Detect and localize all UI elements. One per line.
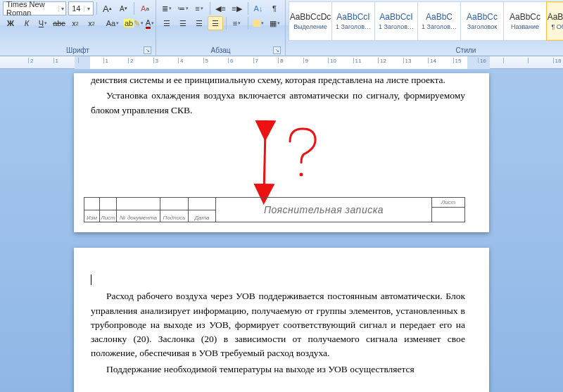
stamp-right: Лист bbox=[432, 198, 464, 222]
page2-text[interactable]: Расход рабочего воздуха через УОВ поддер… bbox=[91, 274, 465, 378]
stamp-title: Пояснительная записка bbox=[215, 198, 432, 222]
bullets-button[interactable]: ≣▾ bbox=[159, 1, 175, 15]
para-line: деиствия системы и ее принципиальную схе… bbox=[91, 73, 465, 87]
ruler-mark: 11 bbox=[353, 58, 362, 63]
borders-button[interactable]: ▦▾ bbox=[267, 16, 282, 30]
style-preview: AaBbCc bbox=[510, 12, 540, 22]
change-case-button[interactable]: Aa▾ bbox=[105, 16, 120, 30]
group-paragraph: ≣▾ ≔▾ ≡▾ ◀≡ ≡▶ A↓ ¶ ☰ ☰ ☰ ☰ ≡▾ ▾ ▦▾ bbox=[156, 0, 286, 56]
numbering-button[interactable]: ≔▾ bbox=[175, 1, 191, 15]
indent-button[interactable]: ≡▶ bbox=[229, 1, 245, 15]
ruler-mark: 12 bbox=[378, 58, 386, 63]
shrink-font-button[interactable]: A▾ bbox=[115, 1, 131, 15]
show-marks-button[interactable]: ¶ bbox=[267, 1, 282, 15]
grow-font-button[interactable]: A▴ bbox=[99, 1, 115, 15]
page1-text[interactable]: деиствия системы и ее принципиальную схе… bbox=[91, 73, 465, 118]
stamp-cell: Изм bbox=[84, 210, 100, 222]
ruler-mark: 8 bbox=[278, 58, 283, 63]
style-preview: AaBbCc bbox=[467, 12, 498, 22]
shading-button[interactable]: ▾ bbox=[251, 16, 266, 30]
ruler-mark: 4 bbox=[178, 58, 183, 63]
ruler-mark: 10 bbox=[328, 58, 336, 63]
clear-formatting-button[interactable]: Aa bbox=[137, 1, 153, 15]
font-color-button[interactable]: A▾ bbox=[142, 16, 158, 30]
align-left-button[interactable]: ☰ bbox=[159, 16, 175, 30]
font-size-combo[interactable]: 14 ▾ bbox=[68, 1, 93, 15]
style-preview: AaBbCcDc bbox=[548, 12, 563, 22]
style-preview: AaBbCcI bbox=[336, 12, 369, 22]
svg-point-1 bbox=[300, 173, 303, 177]
para-line: Установка охлаждения воздуха включается … bbox=[91, 89, 465, 118]
page-1[interactable]: деиствия системы и ее принципиальную схе… bbox=[74, 73, 489, 232]
subscript-button[interactable]: x2 bbox=[68, 16, 83, 30]
style-name: 1 Заголов… bbox=[336, 23, 371, 30]
underline-button[interactable]: Ч▾ bbox=[35, 16, 51, 30]
style-tile[interactable]: AaBbC1 Заголов… bbox=[417, 1, 461, 41]
align-justify-button[interactable]: ☰ bbox=[208, 16, 223, 30]
style-tile[interactable]: AaBbCcI1 Заголов… bbox=[331, 1, 375, 41]
outdent-button[interactable]: ◀≡ bbox=[213, 1, 229, 15]
document-area: 211234567891011121314151618 деиствия сис… bbox=[0, 56, 563, 392]
font-dialog-launcher[interactable]: ↘ bbox=[144, 46, 151, 54]
ruler-mark bbox=[528, 58, 530, 63]
strike-button[interactable]: abc bbox=[51, 16, 67, 30]
style-tile[interactable]: AaBbCcI1 Заголов… bbox=[374, 1, 418, 41]
style-name: 1 Заголов… bbox=[379, 23, 414, 30]
ruler-mark: 6 bbox=[228, 58, 233, 63]
group-styles: AaBbCcDcВыделениеAaBbCcI1 Заголов…AaBbCc… bbox=[286, 0, 563, 56]
superscript-button[interactable]: x2 bbox=[84, 16, 99, 30]
ruler-mark: 15 bbox=[453, 58, 462, 63]
style-name: ¶ Обычный bbox=[551, 23, 563, 30]
style-tile[interactable]: AaBbCcЗаголовок bbox=[460, 1, 504, 41]
style-name: Выделение bbox=[293, 23, 327, 30]
sort-button[interactable]: A↓ bbox=[251, 1, 266, 15]
para-line: Поддержание необходимой температуры на в… bbox=[91, 362, 465, 377]
page-2[interactable]: Расход рабочего воздуха через УОВ поддер… bbox=[74, 248, 489, 392]
ruler-mark: 14 bbox=[428, 58, 436, 63]
stamp-cell: № документа bbox=[117, 210, 160, 222]
style-name: 1 Заголов… bbox=[422, 23, 457, 30]
style-tile[interactable]: AaBbCcНазвание bbox=[503, 1, 547, 41]
ribbon: Times New Roman ▾ 14 ▾ A▴ A▾ Aa Ж К Ч▾ a… bbox=[0, 0, 563, 56]
font-name-combo[interactable]: Times New Roman ▾ bbox=[3, 1, 66, 15]
paragraph-dialog-launcher[interactable]: ↘ bbox=[273, 46, 281, 54]
chevron-down-icon[interactable]: ▾ bbox=[58, 6, 65, 12]
style-name: Название bbox=[511, 23, 539, 30]
bold-button[interactable]: Ж bbox=[3, 16, 18, 30]
multilevel-button[interactable]: ≡▾ bbox=[191, 1, 207, 15]
highlight-button[interactable]: ab✎▾ bbox=[126, 16, 141, 30]
style-tile[interactable]: AaBbCcDcВыделение bbox=[289, 1, 332, 41]
italic-button[interactable]: К bbox=[19, 16, 34, 30]
para-line: Расход рабочего воздуха через УОВ поддер… bbox=[91, 289, 465, 360]
stamp-left: Изм Лист № документа Подпись Дата bbox=[84, 198, 215, 222]
style-preview: AaBbCcDc bbox=[290, 12, 331, 22]
group-font: Times New Roman ▾ 14 ▾ A▴ A▾ Aa Ж К Ч▾ a… bbox=[0, 0, 156, 56]
ruler-mark: 3 bbox=[153, 58, 158, 63]
ruler-mark: 1 bbox=[53, 58, 58, 63]
ruler-mark bbox=[78, 58, 80, 63]
font-name-value: Times New Roman bbox=[4, 0, 58, 17]
annotation-arrow bbox=[251, 124, 322, 203]
group-styles-label: Стили ↘ bbox=[289, 46, 563, 56]
text-cursor bbox=[91, 274, 91, 285]
chevron-down-icon[interactable]: ▾ bbox=[84, 6, 93, 12]
ruler-mark: 1 bbox=[103, 58, 108, 63]
ruler-mark: 5 bbox=[203, 58, 208, 63]
line-spacing-button[interactable]: ≡▾ bbox=[229, 16, 245, 30]
stamp-cell: Дата bbox=[189, 210, 215, 222]
ruler-mark: 13 bbox=[403, 58, 412, 63]
horizontal-ruler[interactable]: 211234567891011121314151618 bbox=[0, 56, 563, 69]
style-tile[interactable]: AaBbCcDc¶ Обычный bbox=[546, 1, 563, 41]
ruler-mark bbox=[503, 58, 505, 63]
pages-container: деиствия системы и ее принципиальную схе… bbox=[0, 69, 563, 392]
style-name: Заголовок bbox=[467, 23, 497, 30]
styles-gallery: AaBbCcDcВыделениеAaBbCcI1 Заголов…AaBbCc… bbox=[289, 1, 563, 41]
svg-line-0 bbox=[264, 131, 265, 194]
align-right-button[interactable]: ☰ bbox=[191, 16, 207, 30]
ruler-mark: 2 bbox=[128, 58, 133, 63]
group-paragraph-label: Абзац ↘ bbox=[159, 46, 282, 56]
align-center-button[interactable]: ☰ bbox=[175, 16, 191, 30]
title-block-stamp[interactable]: Изм Лист № документа Подпись Дата Поясни… bbox=[84, 197, 465, 222]
stamp-cell: Лист bbox=[100, 210, 117, 222]
ruler-mark: 16 bbox=[478, 58, 486, 63]
